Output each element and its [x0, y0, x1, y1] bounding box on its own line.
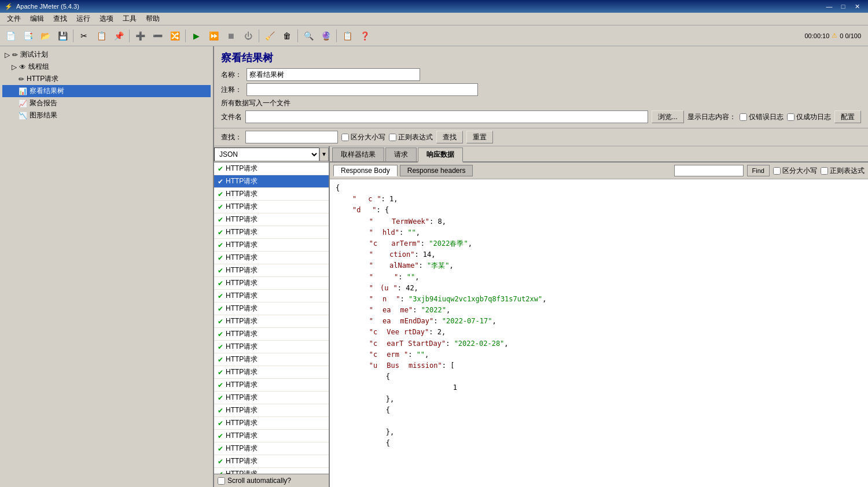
error-log-checkbox[interactable]: 仅错误日志 [740, 112, 784, 122]
comment-input[interactable] [247, 83, 478, 96]
subtab-headers[interactable]: Response headers [400, 165, 473, 176]
find-input[interactable] [674, 165, 744, 176]
tree-item-graph[interactable]: 📉 图形结果 [2, 109, 211, 121]
toolbar-shutdown[interactable]: ⏻ [240, 28, 256, 44]
case-sensitive-checkbox[interactable]: 区分大小写 [341, 132, 385, 142]
toolbar-search[interactable]: 🔍 [300, 28, 317, 44]
check-icon: ✔ [218, 445, 223, 453]
tree-item-result-tree[interactable]: 📊 察看结果树 [2, 85, 211, 97]
menu-file[interactable]: 文件 [2, 13, 25, 25]
list-item[interactable]: ✔HTTP请求 [214, 239, 329, 252]
menu-options[interactable]: 选项 [95, 13, 118, 25]
check-icon: ✔ [218, 381, 223, 389]
list-item[interactable]: ✔HTTP请求 [214, 341, 329, 353]
toolbar-copy[interactable]: 📋 [93, 28, 109, 44]
toolbar-new[interactable]: 📄 [2, 28, 19, 44]
list-item[interactable]: ✔ HTTP请求 [214, 163, 329, 175]
tab-sampler[interactable]: 取样器结果 [332, 147, 384, 161]
tab-request[interactable]: 请求 [385, 147, 417, 161]
format-select[interactable]: JSON XML HTML Text CSS/JQuery [214, 147, 319, 161]
tree-item-aggregate[interactable]: 📈 聚合报告 [2, 97, 211, 109]
success-log-checkbox[interactable]: 仅成功日志 [787, 112, 831, 122]
toolbar-templates[interactable]: 📑 [20, 28, 36, 44]
find-button[interactable]: Find [747, 165, 770, 176]
name-input[interactable] [247, 68, 420, 81]
list-header: JSON XML HTML Text CSS/JQuery ▼ [214, 146, 329, 163]
list-item[interactable]: ✔HTTP请求 [214, 430, 329, 442]
search-label: 查找： [221, 132, 242, 142]
list-item[interactable]: ✔HTTP请求 [214, 290, 329, 302]
list-item[interactable]: ✔HTTP请求 [214, 328, 329, 341]
window-controls[interactable]: — □ ✕ [823, 1, 863, 12]
reset-button[interactable]: 重置 [466, 131, 493, 143]
close-button[interactable]: ✕ [851, 1, 863, 12]
browse-button[interactable]: 浏览... [652, 110, 684, 123]
page-title: 察看结果树 [221, 51, 861, 65]
toolbar-open[interactable]: 📂 [37, 28, 53, 44]
tree-item-test-plan[interactable]: ▷ ✏ 测试计划 [2, 49, 211, 61]
list-item[interactable]: ✔HTTP请求 [214, 252, 329, 264]
list-item[interactable]: ✔HTTP请求 [214, 302, 329, 315]
name-label: 名称： [221, 70, 242, 80]
list-item[interactable]: ✔HTTP请求 [214, 455, 329, 468]
toolbar-clear-all[interactable]: 🗑 [279, 28, 295, 44]
find-case-checkbox[interactable]: 区分大小写 [773, 166, 817, 176]
tab-response-data[interactable]: 响应数据 [418, 147, 463, 163]
toolbar-expand[interactable]: ➕ [132, 28, 148, 44]
toolbar-remote[interactable]: 🔮 [318, 28, 334, 44]
list-item[interactable]: ✔HTTP请求 [214, 315, 329, 328]
subtab-body[interactable]: Response Body [333, 165, 398, 176]
menu-help[interactable]: 帮助 [141, 13, 164, 25]
toolbar-collapse[interactable]: ➖ [149, 28, 165, 44]
search-button[interactable]: 查找 [436, 131, 463, 143]
tree-panel: ▷ ✏ 测试计划 ▷ 👁 线程组 ✏ HTTP请求 📊 察看结果树 [0, 46, 214, 487]
list-item[interactable]: ✔HTTP请求 [214, 392, 329, 404]
list-item[interactable]: ✔HTTP请求 [214, 366, 329, 379]
filename-input[interactable] [245, 110, 648, 123]
toolbar-start[interactable]: ▶ [188, 28, 204, 44]
list-item[interactable]: ✔HTTP请求 [214, 442, 329, 455]
minimize-button[interactable]: — [823, 1, 836, 12]
toolbar-help[interactable]: ❓ [356, 28, 373, 44]
search-input[interactable] [245, 131, 338, 143]
regex-checkbox[interactable]: 正则表达式 [389, 132, 433, 142]
tree-item-http-request-main[interactable]: ✏ HTTP请求 [2, 73, 211, 85]
list-item[interactable]: ✔HTTP请求 [214, 353, 329, 366]
toolbar-paste[interactable]: 📌 [111, 28, 127, 44]
menu-find[interactable]: 查找 [49, 13, 72, 25]
toolbar-toggle[interactable]: 🔀 [167, 28, 183, 44]
list-item[interactable]: ✔HTTP请求 [214, 201, 329, 213]
list-panel: JSON XML HTML Text CSS/JQuery ▼ ✔ HTTP请求… [214, 146, 330, 487]
maximize-button[interactable]: □ [837, 1, 849, 12]
list-item[interactable]: ✔HTTP请求 [214, 226, 329, 239]
list-item[interactable]: ✔HTTP请求 [214, 379, 329, 392]
list-item[interactable]: ✔HTTP请求 [214, 417, 329, 430]
response-tabs: 取样器结果 请求 响应数据 [330, 146, 868, 163]
check-icon: ✔ [218, 419, 223, 427]
list-scroll-down[interactable]: ▼ [319, 147, 329, 161]
toolbar-start-nopauses[interactable]: ⏩ [205, 28, 222, 44]
toolbar-list[interactable]: 📋 [339, 28, 355, 44]
menu-run[interactable]: 运行 [72, 13, 95, 25]
list-item[interactable]: ✔HTTP请求 [214, 213, 329, 226]
test-plan-icon: ✏ [12, 51, 18, 59]
menu-tools[interactable]: 工具 [118, 13, 141, 25]
check-icon: ✔ [218, 458, 223, 466]
scroll-auto-checkbox[interactable] [218, 477, 225, 485]
toolbar-save[interactable]: 💾 [54, 28, 71, 44]
config-button[interactable]: 配置 [834, 110, 861, 123]
menu-edit[interactable]: 编辑 [25, 13, 49, 25]
toolbar-stop[interactable]: ⏹ [223, 28, 239, 44]
find-regex-checkbox[interactable]: 正则表达式 [821, 166, 865, 176]
list-item[interactable]: ✔HTTP请求 [214, 468, 329, 474]
list-item[interactable]: ✔HTTP请求 [214, 404, 329, 417]
toolbar-clear[interactable]: 🧹 [262, 28, 278, 44]
list-item[interactable]: ✔HTTP请求 [214, 188, 329, 201]
list-item[interactable]: ✔HTTP请求 [214, 277, 329, 290]
toolbar-cut[interactable]: ✂ [76, 28, 92, 44]
list-item-selected[interactable]: ✔ HTTP请求 [214, 175, 329, 188]
warning-icon: ⚠ [832, 32, 837, 39]
find-bar: Find 区分大小写 正则表达式 [475, 165, 865, 176]
tree-item-thread-group[interactable]: ▷ 👁 线程组 [2, 61, 211, 73]
list-item[interactable]: ✔HTTP请求 [214, 264, 329, 277]
